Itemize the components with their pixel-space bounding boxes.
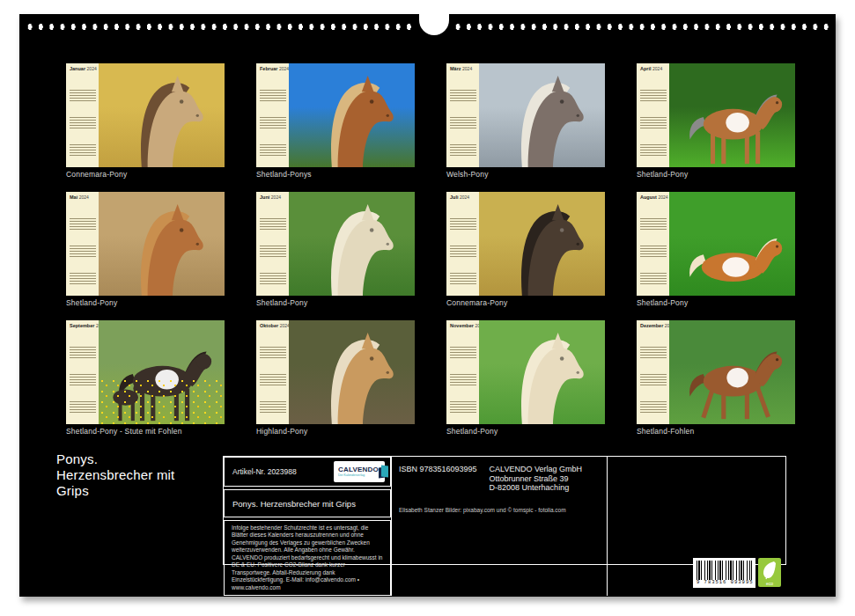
- pony-foal-silhouette: [669, 196, 795, 296]
- month-card-januar: Januar 2024 Connemara-Pony: [66, 63, 225, 179]
- date-lines: [450, 331, 476, 422]
- mini-calendar: November 2024: [446, 320, 479, 424]
- barcode-bars: [697, 561, 752, 580]
- pony-head-silhouette: [289, 68, 415, 167]
- month-name: Juni: [260, 194, 269, 200]
- product-info-panel: Artikel-Nr. 2023988 CALVENDO Der Kalende…: [223, 456, 786, 565]
- mini-calendar: Januar 2024: [66, 63, 99, 167]
- publisher-line-1: CALVENDO Verlag GmbH: [490, 465, 582, 474]
- pony-photo: [669, 320, 795, 424]
- calendar-back-page: Januar 2024 Connemara-Pony Februar 2024 …: [19, 14, 836, 597]
- pony-head-silhouette: [479, 325, 605, 424]
- title-line-2: Herzensbrecher mit: [56, 467, 174, 483]
- month-card-dezember: Dezember 2024 Shetland-Fohlen: [637, 320, 795, 436]
- month-name: Juli: [450, 194, 458, 200]
- pony-photo: [479, 192, 605, 296]
- date-lines: [450, 74, 476, 165]
- title-line-1: Ponys.: [56, 451, 174, 467]
- month-card-maerz: März 2024 Welsh-Pony: [446, 63, 605, 179]
- isbn: ISBN 9783516093995: [399, 465, 477, 493]
- pony-photo: [99, 63, 225, 167]
- month-name: November: [450, 323, 474, 328]
- product-title-box: Ponys. Herzensbrecher mit Grips: [224, 489, 391, 517]
- calvendo-logo-tagline: Der Kalenderverlag: [338, 474, 379, 478]
- legal-text: Infolge bestehender Schutzrechte ist es …: [232, 524, 383, 591]
- month-year: 2024: [87, 66, 97, 71]
- mini-calendar: August 2024: [637, 192, 669, 296]
- photo-caption: Welsh-Pony: [446, 170, 605, 179]
- date-lines: [260, 74, 286, 165]
- title-line-3: Grips: [56, 483, 174, 499]
- photo-caption: Shetland-Pony: [256, 298, 415, 307]
- month-year: 2024: [462, 66, 472, 71]
- month-card-september: September 2024 Shetland-Pony - Stute mit…: [66, 320, 225, 436]
- month-year: 2024: [658, 194, 667, 200]
- month-card-april: April 2024 Shetland-Pony: [637, 63, 795, 179]
- publisher-line-3: D-82008 Unterhaching: [490, 483, 582, 493]
- artikel-number: Artikel-Nr. 2023988: [232, 467, 297, 476]
- binding-holes-right: [453, 22, 829, 32]
- month-card-februar: Februar 2024 Shetland-Ponys: [256, 63, 415, 179]
- info-column-left: Artikel-Nr. 2023988 CALVENDO Der Kalende…: [224, 457, 391, 596]
- pony-head-silhouette: [479, 196, 605, 296]
- pony-photo: [99, 320, 225, 424]
- photo-caption: Shetland-Pony - Stute mit Fohlen: [66, 427, 225, 436]
- month-name: April: [640, 66, 652, 71]
- product-title: Ponys. Herzensbrecher mit Grips: [232, 499, 356, 509]
- mini-calendar: Juli 2024: [446, 192, 479, 296]
- pony-photo: [289, 63, 415, 167]
- pony-photo: [289, 192, 415, 296]
- photo-caption: Shetland-Pony: [637, 298, 795, 307]
- date-lines: [640, 202, 667, 294]
- month-year: 2024: [460, 194, 469, 200]
- date-lines: [70, 331, 96, 422]
- photo-caption: Shetland-Pony: [446, 427, 605, 436]
- barcode: 9 783516 093995: [693, 558, 755, 588]
- mini-calendar: Dezember 2024: [637, 320, 669, 424]
- month-name: Dezember: [640, 323, 663, 328]
- publisher-address: CALVENDO Verlag GmbH Ottobrunner Straße …: [490, 465, 582, 493]
- pony-foal-silhouette: [669, 68, 795, 167]
- month-card-juli: Juli 2024 Connemara-Pony: [446, 192, 605, 307]
- date-lines: [640, 331, 667, 422]
- artikel-box: Artikel-Nr. 2023988 CALVENDO Der Kalende…: [224, 457, 391, 487]
- pony-head-silhouette: [289, 325, 415, 424]
- info-column-right: 9 783516 093995 eco: [607, 457, 787, 596]
- mini-calendar: Februar 2024: [256, 63, 289, 167]
- mini-calendar: September 2024: [66, 320, 99, 424]
- eco-badge: eco: [758, 558, 781, 587]
- pony-photo: [99, 192, 225, 296]
- legal-box: Infolge bestehender Schutzrechte ist es …: [224, 520, 391, 596]
- calvendo-logo-name: CALVENDO: [338, 466, 379, 473]
- mini-calendar: April 2024: [637, 63, 669, 167]
- photo-caption: Shetland-Fohlen: [637, 427, 795, 436]
- binding-holes-left: [25, 22, 416, 32]
- mini-calendar: März 2024: [446, 63, 479, 167]
- pony-photo: [289, 320, 415, 424]
- month-card-august: August 2024 Shetland-Pony: [637, 192, 795, 307]
- month-year: 2024: [652, 66, 662, 71]
- photo-caption: Shetland-Pony: [637, 170, 795, 179]
- photo-caption: Connemara-Pony: [66, 170, 225, 179]
- pony-photo: [479, 320, 605, 424]
- photo-credits: Elisabeth Stanzer Bilder: pixabay.com un…: [399, 507, 600, 513]
- pony-head-silhouette: [99, 196, 225, 296]
- photo-caption: Shetland-Ponys: [256, 170, 415, 179]
- date-lines: [450, 202, 476, 294]
- pony-foal-silhouette: [99, 325, 225, 424]
- eco-label: eco: [766, 581, 773, 586]
- month-name: September: [70, 323, 94, 328]
- month-year: 2024: [279, 66, 289, 71]
- leaf-icon: [760, 560, 779, 581]
- pony-head-silhouette: [99, 68, 225, 167]
- month-name: Februar: [260, 66, 277, 71]
- info-column-middle: ISBN 9783516093995 CALVENDO Verlag GmbH …: [391, 457, 607, 596]
- month-year: 2024: [79, 194, 89, 200]
- month-name: Januar: [70, 66, 85, 71]
- month-card-juni: Juni 2024 Shetland-Pony: [256, 192, 415, 307]
- month-name: Oktober: [260, 323, 278, 328]
- pony-photo: [479, 63, 605, 167]
- month-card-mai: Mai 2024 Shetland-Pony: [66, 192, 225, 307]
- date-lines: [70, 202, 96, 294]
- pony-head-silhouette: [289, 196, 415, 296]
